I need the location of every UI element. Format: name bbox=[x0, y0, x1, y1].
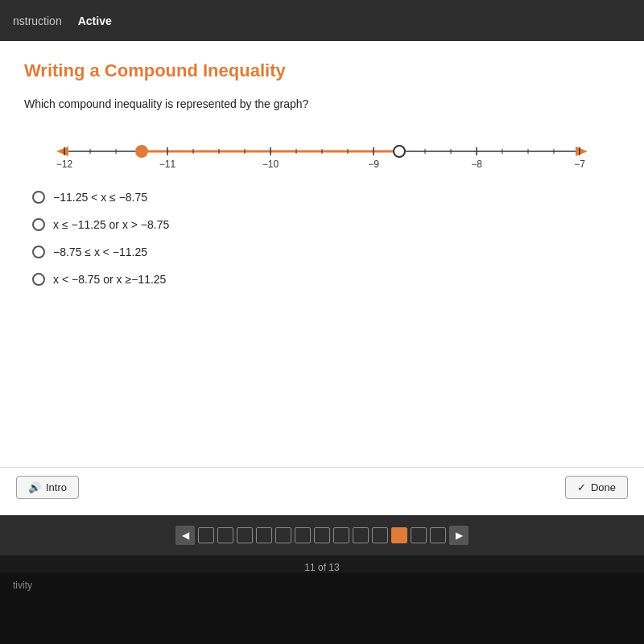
svg-point-32 bbox=[394, 146, 405, 157]
svg-text:−9: −9 bbox=[368, 159, 379, 170]
speaker-icon: 🔊 bbox=[28, 481, 41, 493]
intro-button[interactable]: 🔊 Intro bbox=[16, 476, 79, 499]
progress-sq-3[interactable] bbox=[237, 527, 253, 543]
checkmark-icon: ✓ bbox=[577, 481, 586, 493]
svg-text:−8: −8 bbox=[471, 159, 482, 170]
options-list: −11.25 < x ≤ −8.75 x ≤ −11.25 or x > −8.… bbox=[32, 191, 620, 286]
option-text-4: x < −8.75 or x ≥−11.25 bbox=[53, 273, 166, 286]
dark-bottom: tivity bbox=[0, 573, 644, 644]
option-4[interactable]: x < −8.75 or x ≥−11.25 bbox=[32, 273, 620, 286]
svg-text:−11: −11 bbox=[159, 159, 176, 170]
option-1[interactable]: −11.25 < x ≤ −8.75 bbox=[32, 191, 620, 204]
option-text-1: −11.25 < x ≤ −8.75 bbox=[53, 191, 147, 204]
progress-sq-1[interactable] bbox=[198, 527, 214, 543]
progress-sq-11[interactable] bbox=[391, 527, 407, 543]
prev-arrow[interactable]: ◀ bbox=[175, 526, 195, 545]
radio-3[interactable] bbox=[32, 246, 45, 258]
done-button[interactable]: ✓ Done bbox=[565, 476, 628, 499]
progress-sq-7[interactable] bbox=[314, 527, 330, 543]
progress-nav: ◀ ▶ bbox=[0, 515, 644, 555]
radio-4[interactable] bbox=[32, 273, 45, 286]
progress-sq-2[interactable] bbox=[217, 527, 233, 543]
svg-marker-1 bbox=[56, 147, 68, 156]
progress-sq-8[interactable] bbox=[333, 527, 349, 543]
question-text: Which compound inequality is represented… bbox=[24, 97, 620, 110]
progress-sq-6[interactable] bbox=[295, 527, 311, 543]
top-nav: nstruction Active bbox=[0, 0, 644, 41]
bottom-toolbar: 🔊 Intro ✓ Done bbox=[0, 467, 644, 507]
main-content: Writing a Compound Inequality Which comp… bbox=[0, 41, 644, 516]
radio-2[interactable] bbox=[32, 218, 45, 231]
done-label: Done bbox=[591, 481, 616, 493]
progress-sq-4[interactable] bbox=[256, 527, 272, 543]
activity-label: tivity bbox=[13, 580, 32, 591]
svg-text:−7: −7 bbox=[574, 159, 585, 170]
progress-sq-13[interactable] bbox=[430, 527, 446, 543]
number-line-container: −12 −11 −10 −9 −8 −7 bbox=[24, 123, 620, 171]
progress-label: 11 of 13 bbox=[0, 562, 644, 573]
option-text-3: −8.75 ≤ x < −11.25 bbox=[53, 246, 147, 258]
option-3[interactable]: −8.75 ≤ x < −11.25 bbox=[32, 246, 620, 258]
progress-sq-9[interactable] bbox=[353, 527, 369, 543]
next-arrow[interactable]: ▶ bbox=[449, 526, 469, 545]
svg-marker-2 bbox=[576, 147, 588, 156]
page-title: Writing a Compound Inequality bbox=[24, 60, 620, 81]
progress-sq-12[interactable] bbox=[411, 527, 427, 543]
nav-active[interactable]: Active bbox=[78, 14, 112, 27]
nav-instruction[interactable]: nstruction bbox=[13, 14, 62, 27]
intro-label: Intro bbox=[46, 481, 67, 493]
number-line-svg: −12 −11 −10 −9 −8 −7 bbox=[40, 131, 604, 180]
option-2[interactable]: x ≤ −11.25 or x > −8.75 bbox=[32, 218, 620, 231]
option-text-2: x ≤ −11.25 or x > −8.75 bbox=[53, 218, 169, 231]
svg-text:−10: −10 bbox=[262, 159, 279, 170]
svg-point-31 bbox=[136, 146, 147, 157]
radio-1[interactable] bbox=[32, 191, 45, 204]
progress-sq-5[interactable] bbox=[275, 527, 291, 543]
svg-text:−12: −12 bbox=[56, 159, 73, 170]
progress-sq-10[interactable] bbox=[372, 527, 388, 543]
